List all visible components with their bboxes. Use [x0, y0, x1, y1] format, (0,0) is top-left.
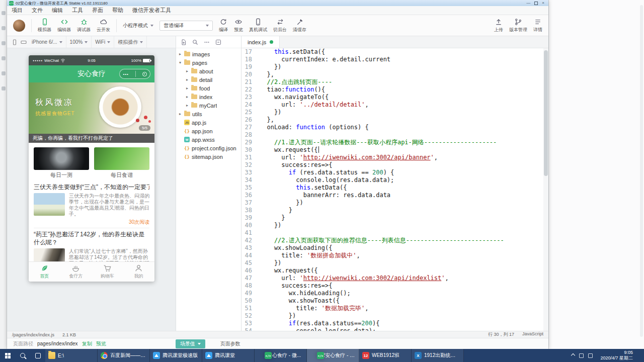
line-number[interactable]: 44 [242, 252, 260, 259]
start-button[interactable] [0, 349, 15, 362]
list-item[interactable]: 三伏天养生要做到“三点”，不知道的一定要了解 三伏天作为一年之中最炎热、闷湿的季… [34, 183, 149, 227]
code-line[interactable]: 17 this.setData({ [242, 48, 548, 56]
code-line[interactable]: 45 }) [242, 259, 548, 267]
line-number[interactable]: 40 [242, 222, 260, 229]
dock-icon[interactable] [2, 41, 6, 45]
version-control-button[interactable]: 版本管理 [509, 18, 527, 33]
network-dropdown[interactable]: WiFi [92, 36, 114, 48]
line-number[interactable]: 17 [242, 48, 260, 56]
dock-icon[interactable] [2, 71, 6, 75]
details-button[interactable]: 详情 [533, 18, 542, 33]
compile-button[interactable]: 编译 [219, 18, 228, 33]
search-icon[interactable] [192, 39, 198, 45]
chevron-right-icon[interactable]: ▸ [179, 112, 184, 116]
taskbar-item[interactable]: 12WEB1912班 [359, 349, 412, 362]
scrollbar-thumb[interactable] [544, 50, 548, 176]
simulate-actions-dropdown[interactable]: 模拟操作 [114, 36, 147, 48]
code-line[interactable]: 39 } [242, 214, 548, 222]
menu-item-edit[interactable]: 编辑 [47, 7, 67, 14]
line-number[interactable]: 51 [242, 305, 260, 312]
dock-icon[interactable] [2, 26, 6, 30]
language-mode[interactable]: JavaScript [522, 331, 543, 338]
line-number[interactable]: 29 [242, 139, 260, 146]
line-number[interactable]: 18 [242, 56, 260, 63]
taskbar-search-button[interactable] [15, 349, 30, 362]
code-editor[interactable]: 17 this.setData({18 currentIndex: e.deta… [242, 48, 548, 331]
line-number[interactable]: 34 [242, 176, 260, 184]
code-line[interactable]: 38 } [242, 207, 548, 214]
list-item[interactable]: “药王”孙思邈活了142岁，他的养生秘诀是什么呢？ 人们常说“人过七十古来稀”，… [34, 230, 149, 261]
code-line[interactable]: 43 wx.showLoading({ [242, 244, 548, 252]
line-number[interactable]: 27 [242, 124, 260, 131]
taskbar-item[interactable]: </>安心食疗 - 微... [255, 349, 307, 362]
menu-item-help[interactable]: 帮助 [108, 7, 128, 14]
tree-item-app-wxss[interactable]: Wapp.wxss [176, 135, 241, 144]
tray-expand-icon[interactable] [571, 353, 575, 357]
tree-item-detail[interactable]: ▸detail [176, 75, 241, 84]
chevron-right-icon[interactable]: ▸ [186, 95, 191, 99]
code-line[interactable]: 18 currentIndex: e.detail.current [242, 56, 548, 63]
tray-icon[interactable] [588, 353, 593, 358]
code-line[interactable]: 51 title: '数据加载完毕', [242, 305, 548, 312]
menu-item-devtools[interactable]: 微信开发者工具 [128, 7, 176, 14]
line-number[interactable]: 20 [242, 71, 260, 78]
chevron-right-icon[interactable]: ▸ [186, 86, 191, 90]
code-line[interactable]: 20 }, [242, 71, 548, 78]
taskbar-item[interactable]: X1912出勤统计.xlsx... [412, 349, 464, 362]
avatar[interactable] [13, 20, 25, 32]
code-line[interactable]: 30 wx.request({ [242, 146, 548, 154]
code-line[interactable]: 34 console.log(res.data.data); [242, 176, 548, 184]
minimize-capsule-icon[interactable] [142, 72, 147, 76]
line-number[interactable]: 53 [242, 320, 260, 327]
line-number[interactable]: 35 [242, 184, 260, 192]
page-params-label[interactable]: 页面参数 [220, 340, 240, 347]
dock-icon[interactable] [2, 56, 6, 60]
line-number[interactable]: 52 [242, 312, 260, 320]
cloud-dev-button[interactable]: 云开发 [97, 18, 110, 33]
device-dropdown[interactable]: iPhone 6/... [28, 36, 66, 48]
code-line[interactable]: 48 success:res=>{ [242, 282, 548, 290]
close-button[interactable]: × [542, 1, 544, 5]
taskbar-item[interactable]: 腾讯课堂 [202, 349, 255, 362]
tree-item-food[interactable]: ▸food [176, 84, 241, 93]
debugger-button[interactable]: 调试器 [77, 18, 91, 33]
compile-mode-select[interactable]: 普通编译 [159, 21, 213, 31]
menu-item-interface[interactable]: 界面 [88, 7, 108, 14]
tree-item-index[interactable]: ▸index [176, 93, 241, 101]
line-number[interactable]: 54 [242, 327, 260, 331]
tab-therapy[interactable]: 食疗方 [60, 262, 92, 282]
tree-item-utils[interactable]: ▸utils [176, 110, 241, 118]
scene-value-button[interactable]: 场景值 [176, 339, 205, 348]
tree-item-project-config-json[interactable]: {}project.config.json [176, 144, 241, 152]
code-line[interactable]: 33 if (res.data.status == 200) { [242, 169, 548, 176]
tree-item-sitemap-json[interactable]: {}sitemap.json [176, 152, 241, 161]
line-number[interactable]: 45 [242, 259, 260, 267]
code-line[interactable]: 47 url: 'http://iwenwiki.com:3002/api/in… [242, 275, 548, 282]
menu-item-project[interactable]: 项目 [7, 7, 27, 14]
code-line[interactable]: 29 //1.进入页面--请求轮播数据---获取小程序api-网络-------… [242, 139, 548, 146]
copy-link[interactable]: 复制 [82, 340, 92, 347]
line-number[interactable]: 41 [242, 229, 260, 237]
line-number[interactable]: 24 [242, 101, 260, 109]
code-line[interactable]: 50 wx.showToast({ [242, 297, 548, 305]
switch-background-button[interactable]: 切后台 [273, 18, 287, 33]
code-line[interactable]: 40 }) [242, 222, 548, 229]
dock-icon[interactable] [2, 11, 6, 15]
code-line[interactable]: 21 //2.点击跳转页面---- [242, 78, 548, 86]
daily-test-card[interactable]: 每日一测 [34, 147, 89, 179]
code-line[interactable]: 36 bannerArr: res.data.data [242, 192, 548, 199]
taskbar-clock[interactable]: 9:05 2020/4/7 星期二 [597, 350, 636, 361]
upload-button[interactable]: 上传 [494, 18, 503, 33]
code-line[interactable]: 46 wx.request({ [242, 267, 548, 275]
mode-dropdown[interactable]: 小程序模式 [123, 22, 153, 29]
code-line[interactable]: 53 if(res.data.status==200){ [242, 320, 548, 327]
rotate-landscape-icon[interactable] [21, 39, 27, 45]
line-number[interactable]: 33 [242, 169, 260, 176]
tree-item-myCart[interactable]: ▸myCart [176, 101, 241, 110]
preview-button[interactable]: 预览 [234, 18, 243, 33]
line-number[interactable]: 19 [242, 63, 260, 71]
menu-item-file[interactable]: 文件 [27, 7, 47, 14]
line-number[interactable]: 38 [242, 207, 260, 214]
code-line[interactable]: 37 }) [242, 199, 548, 207]
line-number[interactable]: 32 [242, 161, 260, 169]
